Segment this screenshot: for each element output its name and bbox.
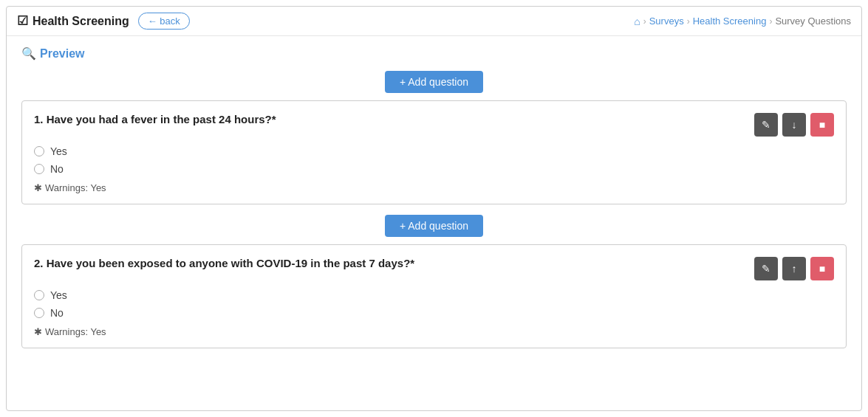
preview-icon: 🔍 [21, 46, 36, 61]
option-yes-1-label: Yes [50, 145, 67, 157]
edit-icon-2: ✎ [762, 263, 770, 275]
question-1-options: Yes No [34, 145, 834, 175]
back-button[interactable]: ← back [138, 13, 190, 30]
back-button-label: ← back [148, 15, 180, 27]
question-2-text: 2. Have you been exposed to anyone with … [34, 257, 754, 269]
warning-1-text: Warnings: Yes [45, 182, 106, 193]
question-2-up-button[interactable]: ↑ [782, 257, 806, 280]
delete-icon-2: ■ [819, 263, 825, 275]
breadcrumb-sep-3: › [769, 16, 772, 27]
breadcrumb: ⌂ › Surveys › Health Screening › Survey … [634, 15, 851, 27]
page-title: Health Screening [33, 15, 129, 28]
question-1-actions: ✎ ↓ ■ [754, 113, 834, 137]
breadcrumb-surveys[interactable]: Surveys [649, 15, 684, 27]
header-left: ☑ Health Screening ← back [17, 13, 190, 30]
question-2-option-yes: Yes [34, 289, 834, 301]
preview-label: 🔍 Preview [21, 46, 847, 61]
question-1-number: 1. [34, 113, 44, 125]
question-2-number: 2. [34, 257, 44, 269]
question-2-option-no: No [34, 307, 834, 319]
down-arrow-icon: ↓ [792, 119, 797, 131]
radio-no-2 [34, 308, 44, 318]
radio-yes-2 [34, 290, 44, 300]
up-arrow-icon: ↑ [792, 263, 797, 275]
breadcrumb-health-screening[interactable]: Health Screening [693, 15, 767, 27]
question-2-warning: ✱ Warnings: Yes [34, 326, 834, 337]
breadcrumb-sep-2: › [687, 16, 690, 27]
delete-icon: ■ [819, 119, 825, 131]
question-2-edit-button[interactable]: ✎ [754, 257, 778, 280]
question-1-header: 1. Have you had a fever in the past 24 h… [34, 113, 834, 137]
question-2-header: 2. Have you been exposed to anyone with … [34, 257, 834, 280]
question-card-2: 2. Have you been exposed to anyone with … [21, 244, 847, 348]
question-1-warning: ✱ Warnings: Yes [34, 182, 834, 193]
question-1-delete-button[interactable]: ■ [810, 113, 834, 137]
question-2-delete-button[interactable]: ■ [810, 257, 834, 280]
main-content: 🔍 Preview + Add question 1. Have you had… [7, 36, 861, 359]
preview-text: Preview [40, 47, 84, 61]
breadcrumb-survey-questions: Survey Questions [775, 15, 851, 27]
option-yes-2-label: Yes [50, 289, 67, 301]
question-1-option-yes: Yes [34, 145, 834, 157]
option-no-1-label: No [50, 163, 64, 175]
question-2-options: Yes No [34, 289, 834, 319]
header: ☑ Health Screening ← back ⌂ › Surveys › … [7, 7, 861, 36]
home-icon[interactable]: ⌂ [634, 15, 640, 27]
radio-no-1 [34, 164, 44, 174]
add-question-row-1: + Add question [21, 71, 847, 93]
question-2-actions: ✎ ↑ ■ [754, 257, 834, 280]
question-1-text: 1. Have you had a fever in the past 24 h… [34, 113, 754, 125]
question-2-content: Have you been exposed to anyone with COV… [47, 257, 414, 269]
question-1-option-no: No [34, 163, 834, 175]
edit-icon: ✎ [762, 119, 770, 131]
question-1-content: Have you had a fever in the past 24 hour… [47, 113, 276, 125]
page-container: ☑ Health Screening ← back ⌂ › Surveys › … [6, 6, 862, 411]
warning-2-text: Warnings: Yes [45, 326, 106, 337]
add-question-button-2[interactable]: + Add question [385, 215, 483, 237]
question-1-edit-button[interactable]: ✎ [754, 113, 778, 137]
radio-yes-1 [34, 146, 44, 156]
asterisk-2: ✱ [34, 326, 42, 337]
breadcrumb-sep-1: › [643, 16, 646, 27]
question-1-down-button[interactable]: ↓ [782, 113, 806, 137]
asterisk-1: ✱ [34, 182, 42, 193]
question-card-1: 1. Have you had a fever in the past 24 h… [21, 100, 847, 204]
checkbox-icon: ☑ [17, 13, 28, 29]
add-question-row-2: + Add question [21, 215, 847, 237]
add-question-button-1[interactable]: + Add question [385, 71, 483, 93]
option-no-2-label: No [50, 307, 64, 319]
header-title: ☑ Health Screening [17, 13, 129, 29]
